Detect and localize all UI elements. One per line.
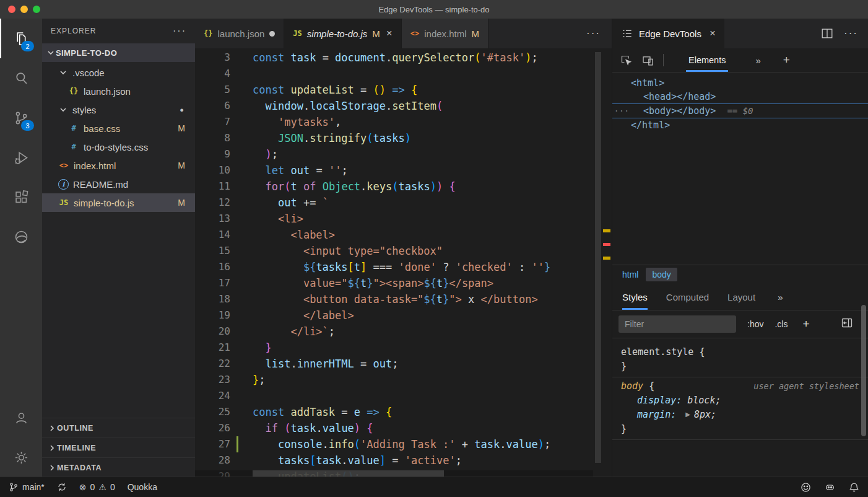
line-number[interactable]: 28 (195, 452, 230, 468)
code-line[interactable]: 18 <button data-task="${t}"> x </button> (195, 291, 593, 307)
code-line[interactable]: 8 JSON.stringify(tasks) (195, 130, 593, 146)
inspect-element-icon[interactable] (620, 54, 633, 67)
line-number[interactable]: 18 (195, 291, 230, 307)
line-number[interactable]: 10 (195, 162, 230, 178)
code-line[interactable]: 3const task = document.querySelector('#t… (195, 50, 593, 66)
sidebar-more-actions-button[interactable]: ··· (173, 25, 186, 37)
feedback-smiley-icon[interactable] (801, 482, 811, 493)
line-number[interactable]: 12 (195, 195, 230, 211)
rule-selector[interactable]: element.style (621, 346, 693, 358)
source-control-view-button[interactable]: 3 (0, 98, 42, 138)
code-line[interactable]: 26 if (task.value) { (195, 420, 593, 436)
add-tool-button[interactable]: + (783, 53, 790, 67)
file-row-base.css[interactable]: #base.cssM (42, 119, 195, 138)
toggle-sidebar-icon[interactable] (841, 317, 853, 332)
minimize-window-button[interactable] (20, 6, 28, 13)
search-view-button[interactable] (0, 58, 42, 98)
close-icon[interactable]: × (710, 27, 716, 40)
line-number[interactable]: 3 (195, 50, 230, 66)
dom-node[interactable]: ···<body></body>== $0 (612, 103, 868, 118)
code-line[interactable]: 24 (195, 388, 593, 404)
line-number[interactable]: 19 (195, 307, 230, 323)
styles-filter-input[interactable] (618, 315, 736, 333)
editor-tab-simple-to-do.js[interactable]: JSsimple-to-do.jsM× (284, 19, 401, 48)
rule-selector[interactable]: body (621, 380, 643, 392)
extensions-view-button[interactable] (0, 177, 42, 217)
code-line[interactable]: 25const addTask = e => { (195, 404, 593, 420)
line-number[interactable]: 26 (195, 420, 230, 436)
line-number[interactable]: 11 (195, 178, 230, 195)
file-row-styles[interactable]: styles● (42, 100, 195, 119)
sidebar-section-outline[interactable]: OUTLINE (42, 418, 195, 438)
line-number[interactable]: 23 (195, 372, 230, 388)
line-number[interactable]: 6 (195, 98, 230, 114)
workspace-root-folder[interactable]: SIMPLE-TO-DO (42, 43, 195, 62)
line-number[interactable]: 27 (195, 436, 230, 452)
edge-tools-view-button[interactable] (0, 217, 42, 257)
code-line[interactable]: 21 } (195, 340, 593, 356)
devtools-scrollbar-thumb[interactable] (861, 305, 866, 436)
close-icon[interactable]: × (386, 27, 393, 40)
maximize-window-button[interactable] (33, 6, 40, 13)
code-line[interactable]: 15 <input type="checkbox" (195, 243, 593, 259)
sync-changes-button[interactable] (57, 482, 67, 492)
line-number[interactable]: 17 (195, 275, 230, 291)
line-number[interactable]: 8 (195, 130, 230, 146)
device-emulation-icon[interactable] (641, 54, 654, 67)
more-panel-tabs-chevron[interactable]: » (778, 292, 783, 302)
problems-item[interactable]: ⊗ 0 ⚠ 0 (79, 482, 115, 492)
line-number[interactable]: 16 (195, 259, 230, 275)
copilot-icon[interactable] (825, 482, 835, 493)
file-row-README.md[interactable]: iREADME.md (42, 175, 195, 193)
file-row-.vscode[interactable]: .vscode (42, 63, 195, 82)
devtools-tab[interactable]: Edge DevTools × (612, 19, 724, 48)
line-number[interactable]: 22 (195, 356, 230, 372)
code-line[interactable]: 28 tasks[task.value] = 'active'; (195, 452, 593, 468)
node-more-actions[interactable]: ··· (614, 107, 630, 115)
sidebar-section-metadata[interactable]: METADATA (42, 457, 195, 477)
line-number[interactable]: 5 (195, 82, 230, 98)
editor-tab-launch.json[interactable]: {}launch.json (195, 19, 284, 48)
line-number[interactable]: 15 (195, 243, 230, 259)
style-declaration[interactable]: display: block; (621, 393, 859, 407)
line-number[interactable]: 13 (195, 211, 230, 227)
split-editor-icon[interactable] (820, 27, 834, 40)
accounts-button[interactable] (0, 398, 42, 438)
tab-styles[interactable]: Styles (622, 284, 648, 310)
code-line[interactable]: 7 'mytasks', (195, 114, 593, 130)
line-number[interactable]: 20 (195, 323, 230, 340)
file-row-index.html[interactable]: <>index.htmlM (42, 156, 195, 175)
line-number[interactable]: 4 (195, 66, 230, 82)
editor-vertical-scrollbar[interactable] (595, 52, 601, 467)
code-line[interactable]: 9 ); (195, 146, 593, 162)
breadcrumb-body[interactable]: body (646, 268, 677, 281)
code-line[interactable]: 22 list.innerHTML = out; (195, 356, 593, 372)
tab-layout[interactable]: Layout (727, 284, 755, 310)
dom-node[interactable]: <head></head> (612, 90, 868, 103)
file-row-to-do-styles.css[interactable]: #to-do-styles.css (42, 138, 195, 156)
tab-computed[interactable]: Computed (666, 284, 709, 310)
more-tabs-chevron[interactable]: » (755, 55, 760, 66)
code-line[interactable]: 10 let out = ''; (195, 162, 593, 178)
notifications-bell-icon[interactable] (849, 482, 859, 493)
line-number[interactable]: 14 (195, 227, 230, 243)
expand-icon[interactable]: ▶ (685, 411, 690, 418)
quokka-status-item[interactable]: Quokka (128, 482, 157, 492)
line-number[interactable]: 21 (195, 340, 230, 356)
breadcrumb-html[interactable]: html (616, 268, 644, 281)
code-line[interactable]: 16 ${tasks[t] === 'done' ? 'checked' : '… (195, 259, 593, 275)
toggle-pseudo-classes-button[interactable]: :hov (747, 319, 763, 329)
code-line[interactable]: 4 (195, 66, 593, 82)
dom-node[interactable]: </html> (612, 118, 868, 132)
file-row-launch.json[interactable]: {}launch.json (42, 82, 195, 100)
code-line[interactable]: 19 </label> (195, 307, 593, 323)
code-line[interactable]: 27 console.info('Adding Task :' + task.v… (195, 436, 593, 452)
explorer-view-button[interactable]: 2 (0, 19, 42, 58)
close-window-button[interactable] (8, 6, 15, 13)
code-line[interactable]: 17 value="${t}"><span>${t}</span> (195, 275, 593, 291)
line-number[interactable]: 7 (195, 114, 230, 130)
editor-tab-index.html[interactable]: <>index.htmlM (402, 19, 488, 48)
code-line[interactable]: 13 <li> (195, 211, 593, 227)
sidebar-section-timeline[interactable]: TIMELINE (42, 438, 195, 457)
new-style-rule-button[interactable]: + (802, 317, 809, 331)
